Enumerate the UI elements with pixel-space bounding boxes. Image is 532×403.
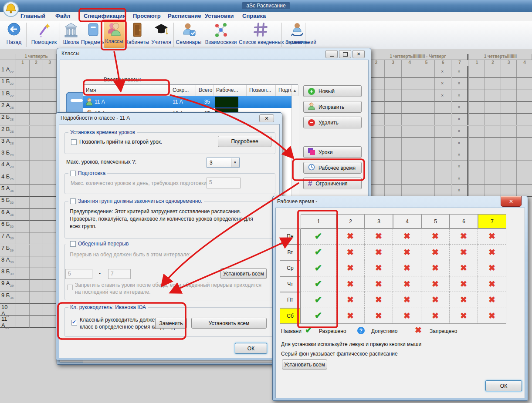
menu-item-4[interactable]: Просмотр bbox=[133, 13, 161, 19]
minimize-button[interactable] bbox=[325, 50, 338, 58]
prep-legend[interactable]: Подготовка bbox=[68, 170, 107, 176]
toolbar-button-5[interactable]: Классы bbox=[104, 21, 125, 48]
worktime-cell-Ср-4[interactable]: ✖ bbox=[393, 260, 421, 276]
checkbox[interactable] bbox=[70, 171, 76, 176]
worktime-cell-Сб-1[interactable]: ✔ bbox=[301, 308, 336, 324]
worktime-cell-Сб-7[interactable]: ✖ bbox=[478, 308, 506, 324]
lunch-legend[interactable]: Обеденный перерыв bbox=[68, 241, 130, 247]
worktime-cell-Пт-2[interactable]: ✖ bbox=[336, 292, 365, 308]
worktime-cell-Пн-6[interactable]: ✖ bbox=[450, 228, 478, 245]
combobox-arrow-icon[interactable]: ▼ bbox=[231, 158, 239, 167]
worktime-cell-Пт-4[interactable]: ✖ bbox=[393, 292, 421, 308]
classes-table-header-3[interactable]: Всего bbox=[196, 85, 213, 96]
allow-second-checkbox[interactable] bbox=[71, 139, 77, 145]
lunch-set-all-button[interactable]: Установить всем bbox=[220, 268, 267, 279]
toolbar-button-10[interactable]: Список введенных ограничений bbox=[239, 22, 282, 45]
worktime-close-button[interactable]: ✕ bbox=[501, 196, 522, 207]
toolbar-button-11[interactable]: Заменить bbox=[284, 22, 310, 45]
menu-item-6[interactable]: Установки bbox=[205, 13, 234, 19]
menu-item-5[interactable]: Расписание bbox=[168, 13, 201, 19]
worktime-cell-Сб-4[interactable]: ✖ bbox=[393, 308, 421, 324]
worktime-cell-Пт-6[interactable]: ✖ bbox=[450, 292, 478, 308]
groups-end-legend[interactable]: Занятия групп должны закончиться одновре… bbox=[68, 198, 204, 204]
toolbar-button-2[interactable]: Помощник bbox=[29, 22, 59, 45]
period-header-4[interactable]: 4 bbox=[393, 214, 421, 228]
worktime-ok-button[interactable]: ОК bbox=[485, 380, 522, 391]
worktime-cell-Вт-4[interactable]: ✖ bbox=[393, 245, 421, 261]
classes-table-header-2[interactable]: Сокр... bbox=[170, 85, 196, 96]
worktime-cell-Пн-5[interactable]: ✖ bbox=[421, 228, 450, 245]
menu-item-3[interactable]: Спецификация bbox=[84, 13, 126, 19]
edit-class-button[interactable]: Исправить bbox=[303, 101, 362, 113]
lunch-from-input[interactable]: 5 bbox=[65, 269, 92, 279]
worktime-cell-Вт-1[interactable]: ✔ bbox=[301, 245, 336, 261]
worktime-cell-Сб-5[interactable]: ✖ bbox=[421, 308, 450, 324]
toolbar-button-8[interactable]: Семинары bbox=[175, 22, 202, 45]
teacher-time-checkbox[interactable] bbox=[71, 320, 77, 326]
worktime-cell-Пн-2[interactable]: ✖ bbox=[336, 228, 365, 245]
maximize-button[interactable] bbox=[339, 50, 351, 58]
worktime-cell-Чт-2[interactable]: ✖ bbox=[336, 276, 365, 292]
lunch-to-input[interactable]: 7 bbox=[108, 269, 131, 279]
worktime-cell-Ср-1[interactable]: ✔ bbox=[301, 260, 336, 276]
checkbox[interactable] bbox=[70, 241, 76, 247]
toolbar-button-7[interactable]: Учителя bbox=[150, 22, 173, 45]
new-class-button[interactable]: +Новый bbox=[303, 85, 362, 97]
worktime-cell-Пн-1[interactable]: ✔ bbox=[301, 228, 336, 245]
classes-table-header-1[interactable]: Имя bbox=[83, 85, 170, 96]
worktime-cell-Ср-5[interactable]: ✖ bbox=[421, 260, 450, 276]
menu-item-2[interactable]: Файл bbox=[55, 13, 71, 19]
toolbar-button-6[interactable]: Кабинеты bbox=[125, 22, 150, 45]
worktime-set-all-button[interactable]: Установить всем bbox=[282, 359, 327, 369]
worktime-cell-Чт-3[interactable]: ✖ bbox=[365, 276, 393, 292]
worktime-cell-Пт-3[interactable]: ✖ bbox=[365, 292, 393, 308]
day-header-Пн[interactable]: Пн bbox=[280, 228, 301, 245]
app-logo-bell-icon[interactable] bbox=[3, 0, 20, 19]
worktime-cell-Ср-6[interactable]: ✖ bbox=[450, 260, 478, 276]
worktime-cell-Пн-7[interactable]: ✖ bbox=[478, 228, 506, 245]
worktime-button[interactable]: Рабочее время bbox=[303, 162, 362, 174]
worktime-cell-Сб-3[interactable]: ✖ bbox=[365, 308, 393, 324]
worktime-cell-Вт-5[interactable]: ✖ bbox=[421, 245, 450, 261]
menu-item-1[interactable]: Главный bbox=[20, 13, 45, 19]
close-button[interactable]: ✕ bbox=[352, 50, 365, 58]
classes-table-header-6[interactable]: Подго... bbox=[276, 85, 291, 96]
worktime-cell-Чт-7[interactable]: ✖ bbox=[478, 276, 506, 292]
worktime-cell-Чт-5[interactable]: ✖ bbox=[421, 276, 450, 292]
worktime-cell-Чт-4[interactable]: ✖ bbox=[393, 276, 421, 292]
period-header-2[interactable]: 2 bbox=[336, 214, 365, 228]
worktime-cell-Сб-6[interactable]: ✖ bbox=[450, 308, 478, 324]
class-row-11А[interactable]: 11 А11 А35 bbox=[83, 96, 291, 108]
worktime-cell-Ср-2[interactable]: ✖ bbox=[336, 260, 365, 276]
menu-item-7[interactable]: Справка bbox=[242, 13, 266, 19]
worktime-cell-Сб-2[interactable]: ✖ bbox=[336, 308, 365, 324]
details-more-button[interactable]: Подробнее bbox=[218, 136, 271, 147]
allow-second-lesson-row[interactable]: Позволить прийти на второй урок. bbox=[71, 139, 162, 145]
worktime-cell-Пн-3[interactable]: ✖ bbox=[365, 228, 393, 245]
checkbox[interactable] bbox=[70, 198, 76, 204]
day-header-Вт[interactable]: Вт bbox=[280, 245, 301, 261]
worktime-cell-Пт-1[interactable]: ✔ bbox=[301, 292, 336, 308]
worktime-cell-Пн-4[interactable]: ✖ bbox=[393, 228, 421, 245]
day-header-Чт[interactable]: Чт bbox=[280, 276, 301, 292]
worktime-cell-Вт-7[interactable]: ✖ bbox=[478, 245, 506, 261]
constraints-button[interactable]: #Ограничения bbox=[303, 178, 362, 189]
day-header-Ср[interactable]: Ср bbox=[280, 260, 301, 276]
classes-table-scrollbar-up[interactable]: ▲ bbox=[291, 85, 298, 96]
lunch-forbid-checkbox[interactable] bbox=[67, 285, 73, 290]
period-header-1[interactable]: 1 bbox=[301, 214, 336, 228]
delete-class-button[interactable]: −Удалить bbox=[303, 117, 362, 128]
worktime-cell-Ср-7[interactable]: ✖ bbox=[478, 260, 506, 276]
day-header-Пт[interactable]: Пт bbox=[280, 292, 301, 308]
prep-count-input[interactable]: 5 bbox=[207, 178, 241, 188]
toolbar-button-3[interactable]: Школа bbox=[61, 22, 81, 45]
toolbar-button-9[interactable]: Взаимосвязи bbox=[203, 22, 239, 45]
period-header-5[interactable]: 5 bbox=[421, 214, 450, 228]
details-ok-button[interactable]: ОК bbox=[235, 343, 267, 354]
worktime-cell-Вт-2[interactable]: ✖ bbox=[336, 245, 365, 261]
max-marked-combobox[interactable]: 3▼ bbox=[207, 158, 240, 168]
worktime-cell-Вт-3[interactable]: ✖ bbox=[365, 245, 393, 261]
worktime-cell-Ср-3[interactable]: ✖ bbox=[365, 260, 393, 276]
period-header-7[interactable]: 7 bbox=[478, 214, 506, 228]
toolbar-button-4[interactable]: Предметы bbox=[81, 22, 105, 45]
